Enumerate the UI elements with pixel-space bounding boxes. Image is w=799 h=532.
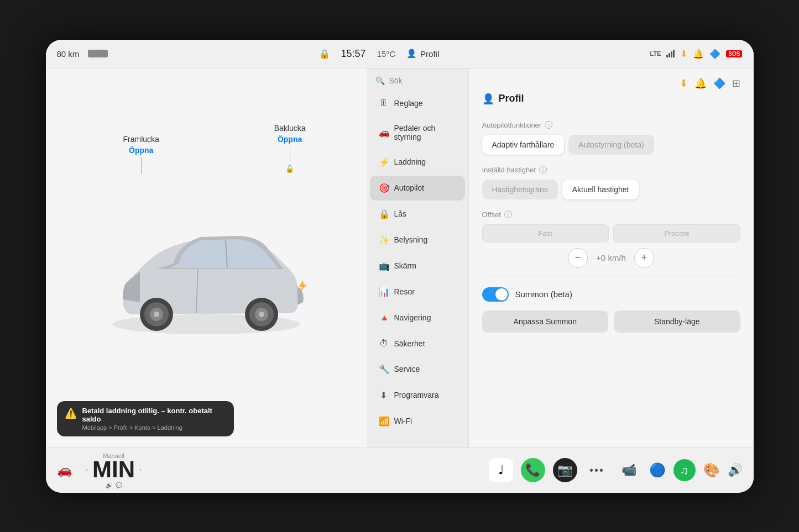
menu-item-reglage[interactable]: 🎚 Reglage	[370, 91, 465, 115]
svg-point-5	[154, 312, 159, 317]
menu-item-las-label: Lås	[394, 209, 407, 218]
framlucka-label[interactable]: Framlucka Öppna	[123, 135, 159, 173]
menu-item-pedaler[interactable]: 🚗 Pedaler och styrning	[370, 117, 465, 149]
menu-item-navigering[interactable]: 🔺 Navigering	[370, 305, 465, 330]
phone-app-icon[interactable]: 📞	[521, 458, 545, 482]
notification-bar[interactable]: ⚠️ Betald laddning otillig. – kontr. obe…	[57, 401, 234, 436]
skarm-icon: 📺	[379, 261, 389, 271]
menu-item-autopilot-label: Autopilot	[394, 183, 424, 192]
speed-increase-btn[interactable]: +	[634, 248, 654, 268]
menu-item-belysning[interactable]: ✨ Belysning	[370, 228, 465, 252]
menu-item-laddning[interactable]: ⚡ Laddning	[370, 150, 465, 175]
profile-label[interactable]: 👤 Profil	[406, 49, 439, 59]
baklucka-action[interactable]: Öppna	[278, 135, 302, 144]
speed-arrow-left[interactable]: ‹	[86, 466, 88, 473]
camera-icon: 📷	[557, 463, 572, 477]
speed-decrease-btn[interactable]: −	[568, 248, 588, 268]
temperature: 15°C	[377, 49, 396, 59]
clock: 15:57	[341, 48, 366, 60]
offset-label: Offset i	[482, 210, 740, 219]
btn-standby[interactable]: Standby-läge	[614, 310, 740, 333]
profile-icon-right: 👤	[482, 93, 494, 105]
menu-item-programvara[interactable]: ⬇ Programvara	[370, 383, 465, 408]
offset-procent[interactable]: Procent	[613, 224, 740, 243]
menu-item-belysning-label: Belysning	[394, 235, 428, 244]
battery-indicator	[88, 50, 108, 57]
bottom-car-icon[interactable]: 🚗	[57, 463, 72, 477]
speed-offset-row: − +0 km/h +	[482, 248, 740, 268]
panel-title: Profil	[499, 93, 524, 104]
btn-hastighetsgrans[interactable]: Hastighetsgräns	[482, 180, 558, 199]
resor-icon: 📊	[379, 287, 389, 297]
navigering-icon: 🔺	[379, 313, 389, 323]
info-icon-1[interactable]: i	[545, 121, 552, 129]
btn-aktuell[interactable]: Aktuell hastighet	[562, 180, 639, 199]
speed-sub-icon-2: 💬	[116, 482, 122, 488]
camera-app-icon[interactable]: 📷	[553, 458, 577, 482]
info-icon-3[interactable]: i	[504, 210, 512, 218]
phone-icon: 📞	[525, 463, 540, 477]
panel-header-icons: ⬇ 🔔 🔷 ⊞	[482, 77, 740, 89]
taskbar-apps: ♩ 📞 📷 ••• 📹 🔵 ♫ 🎨 🔊	[489, 458, 743, 482]
autopilot-function-buttons: Adaptiv farthållare Autostyrning (beta)	[482, 135, 740, 155]
baklucka-label[interactable]: Baklucka Öppna 🔓	[274, 124, 306, 173]
btn-anpassa[interactable]: Anpassa Summon	[482, 310, 609, 333]
menu-item-wifi[interactable]: 📶 Wi-Fi	[370, 409, 465, 434]
multicolor-taskbar[interactable]: 🎨	[703, 462, 720, 478]
menu-item-las[interactable]: 🔒 Lås	[370, 202, 465, 227]
speed-display-row: ‹ MIN ›	[86, 458, 142, 481]
summon-toggle[interactable]	[482, 287, 509, 302]
search-row[interactable]: 🔍 Sök	[367, 69, 468, 91]
menu-item-sakerhet[interactable]: ⏱ Säkerhet	[370, 331, 465, 356]
profile-person-icon: 👤	[406, 49, 417, 59]
download-icon-right: ⬇	[680, 77, 688, 89]
menu-item-pedaler-label: Pedaler och styrning	[394, 124, 456, 141]
sos-badge: SOS	[726, 50, 742, 57]
dvr-app-icon[interactable]: 📹	[617, 458, 641, 482]
music-app-icon[interactable]: ♩	[489, 458, 513, 482]
search-label: Sök	[389, 76, 403, 85]
main-content: Framlucka Öppna Baklucka Öppna 🔓	[46, 69, 754, 447]
warning-icon: ⚠️	[65, 407, 77, 419]
speed-sub-icon-1: 🔊	[106, 482, 112, 488]
info-icon-2[interactable]: i	[539, 166, 547, 173]
menu-item-reglage-label: Reglage	[394, 99, 423, 108]
belysning-icon: ✨	[379, 235, 389, 245]
baklucka-lock-icon: 🔓	[285, 165, 294, 173]
notification-text: Betald laddning otillig. – kontr. obetal…	[82, 407, 226, 431]
menu-item-service[interactable]: 🔧 Service	[370, 357, 465, 382]
bluetooth-icon-right: 🔷	[713, 77, 725, 89]
menu-item-sakerhet-label: Säkerhet	[394, 339, 425, 348]
baklucka-title: Baklucka	[274, 124, 306, 133]
programvara-icon: ⬇	[379, 390, 389, 401]
signal-bars	[666, 50, 675, 57]
summon-row: Summon (beta)	[482, 287, 740, 302]
bluetooth-icon-top: 🔷	[709, 49, 720, 59]
more-apps-icon[interactable]: •••	[585, 458, 609, 482]
menu-item-skarm[interactable]: 📺 Skärm	[370, 254, 465, 278]
lte-indicator: LTE	[650, 50, 661, 57]
autopilot-icon: 🎯	[379, 183, 389, 193]
speed-arrow-right[interactable]: ›	[139, 466, 142, 473]
menu-item-wifi-label: Wi-Fi	[394, 417, 412, 425]
divider-2	[482, 276, 740, 276]
top-bar-center: 🔒 15:57 15°C 👤 Profil	[319, 48, 440, 60]
spotify-taskbar[interactable]: ♫	[673, 459, 696, 481]
speed-offset-value: +0 km/h	[594, 253, 628, 262]
sakerhet-icon: ⏱	[379, 339, 389, 349]
menu-item-resor[interactable]: 📊 Resor	[370, 280, 465, 304]
top-bar-left: 80 km	[57, 49, 108, 59]
menu-item-autopilot[interactable]: 🎯 Autopilot	[370, 176, 465, 201]
volume-icon[interactable]: 🔊	[728, 463, 743, 477]
car-illustration	[90, 192, 322, 346]
btn-autostyrning[interactable]: Autostyrning (beta)	[568, 135, 654, 155]
framlucka-action[interactable]: Öppna	[129, 146, 153, 155]
btn-adaptiv[interactable]: Adaptiv farthållare	[482, 135, 565, 155]
speed-label: Inställd hastighet i	[482, 166, 740, 174]
bluetooth-taskbar[interactable]: 🔵	[649, 462, 666, 478]
speed-section: Manuell ‹ MIN › 🔊 💬	[81, 452, 147, 488]
laddning-icon: ⚡	[379, 157, 389, 167]
autopilot-panel: ⬇ 🔔 🔷 ⊞ 👤 Profil Autopilotfunktioner i A…	[469, 69, 754, 447]
divider-1	[482, 113, 740, 113]
offset-fast[interactable]: Fast	[482, 224, 609, 243]
